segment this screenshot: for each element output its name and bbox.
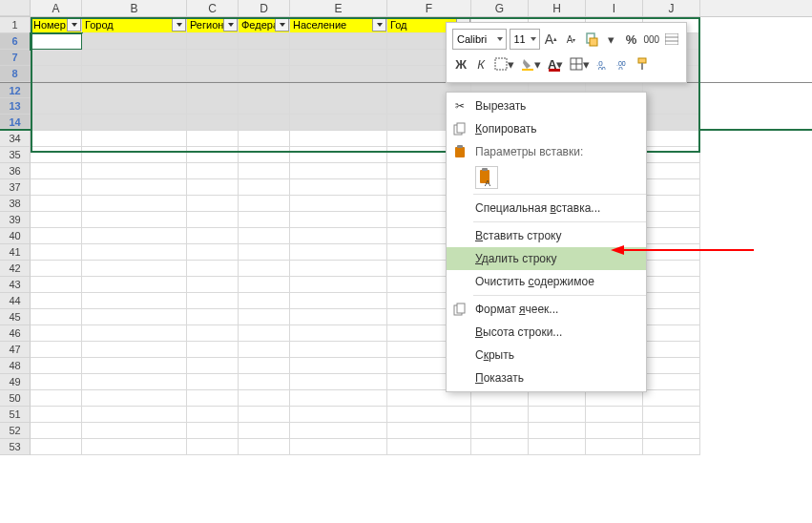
cell[interactable]: [643, 115, 700, 131]
cell[interactable]: [643, 163, 700, 179]
select-all-corner[interactable]: [0, 0, 31, 16]
cell[interactable]: [387, 407, 471, 423]
cell[interactable]: [239, 244, 290, 261]
cell[interactable]: [82, 115, 187, 131]
cell[interactable]: [187, 196, 239, 212]
cell[interactable]: [529, 439, 586, 455]
row-header[interactable]: 40: [0, 228, 31, 244]
cell[interactable]: [187, 293, 239, 309]
font-color-icon[interactable]: A▾: [546, 53, 565, 74]
cell[interactable]: [31, 390, 82, 407]
cell[interactable]: [187, 407, 239, 423]
italic-button[interactable]: К: [472, 53, 489, 74]
cell[interactable]: [31, 407, 82, 423]
cell[interactable]: [187, 358, 239, 374]
cell[interactable]: [290, 277, 387, 293]
cell[interactable]: [82, 147, 187, 163]
cell[interactable]: [239, 342, 290, 358]
column-header-D[interactable]: D: [239, 0, 290, 16]
row-header[interactable]: 8: [0, 66, 31, 82]
cell[interactable]: [31, 293, 82, 309]
cell[interactable]: [82, 439, 187, 455]
cell[interactable]: [187, 228, 239, 244]
cell[interactable]: Федера: [239, 17, 290, 33]
cell[interactable]: [187, 309, 239, 325]
cell[interactable]: [239, 196, 290, 212]
cell[interactable]: [31, 212, 82, 228]
cell[interactable]: [31, 342, 82, 358]
cell[interactable]: [290, 423, 387, 439]
cell[interactable]: [239, 98, 290, 115]
cell[interactable]: [187, 33, 239, 50]
filter-dropdown-icon[interactable]: [223, 17, 238, 31]
cell[interactable]: [82, 66, 187, 82]
cell[interactable]: [82, 261, 187, 277]
cell[interactable]: [290, 439, 387, 455]
cell[interactable]: [82, 407, 187, 423]
menu-show[interactable]: Показать: [447, 366, 646, 389]
cell[interactable]: [643, 423, 700, 439]
cell[interactable]: [187, 390, 239, 407]
bold-button[interactable]: Ж: [452, 53, 469, 74]
cell[interactable]: [529, 423, 586, 439]
cell[interactable]: [31, 98, 82, 115]
cell[interactable]: [31, 261, 82, 277]
percent-icon[interactable]: %: [623, 29, 640, 50]
cell[interactable]: [239, 115, 290, 131]
cell[interactable]: [31, 374, 82, 390]
decimal-increase-icon[interactable]: .0.00: [594, 53, 612, 74]
cell[interactable]: [239, 277, 290, 293]
thousands-icon[interactable]: 000: [643, 29, 661, 50]
cell[interactable]: [239, 147, 290, 163]
row-header[interactable]: 14: [0, 115, 31, 129]
cell[interactable]: [31, 33, 82, 50]
cell[interactable]: [239, 50, 290, 66]
menu-copy[interactable]: Копировать: [447, 117, 646, 140]
cell[interactable]: [471, 390, 529, 407]
cell[interactable]: [290, 98, 387, 115]
cell[interactable]: [290, 390, 387, 407]
cell[interactable]: [239, 179, 290, 196]
cell[interactable]: [471, 407, 529, 423]
cell[interactable]: [82, 277, 187, 293]
cell[interactable]: [643, 131, 700, 147]
cell[interactable]: [290, 83, 387, 99]
cell[interactable]: [529, 407, 586, 423]
cell[interactable]: [290, 358, 387, 374]
cell[interactable]: [586, 423, 643, 439]
column-header-A[interactable]: A: [31, 0, 82, 16]
decimal-decrease-icon[interactable]: .00.0: [614, 53, 632, 74]
cell[interactable]: [31, 131, 82, 147]
cell[interactable]: [31, 66, 82, 82]
row-header[interactable]: 35: [0, 147, 31, 163]
menu-clear-contents[interactable]: Очистить содержимое: [447, 270, 646, 293]
cell[interactable]: [290, 244, 387, 261]
cell[interactable]: Население: [290, 17, 387, 33]
cell[interactable]: [31, 277, 82, 293]
row-header[interactable]: 34: [0, 131, 31, 147]
filter-dropdown-icon[interactable]: [172, 17, 186, 31]
cell[interactable]: [31, 423, 82, 439]
cell[interactable]: [290, 33, 387, 50]
cell[interactable]: Номер: [31, 17, 82, 33]
cell[interactable]: [387, 439, 471, 455]
format-painter-icon[interactable]: [583, 29, 600, 50]
cell[interactable]: [290, 342, 387, 358]
cell[interactable]: [82, 179, 187, 196]
cell[interactable]: [82, 33, 187, 50]
merge-icon[interactable]: [663, 29, 680, 50]
cell[interactable]: [31, 439, 82, 455]
cell[interactable]: [643, 212, 700, 228]
cell[interactable]: [82, 342, 187, 358]
cell[interactable]: [187, 163, 239, 179]
cell[interactable]: [643, 358, 700, 374]
cell[interactable]: [187, 261, 239, 277]
cell[interactable]: [290, 66, 387, 82]
cell[interactable]: [290, 325, 387, 342]
cell[interactable]: [31, 309, 82, 325]
borders2-icon[interactable]: ▾: [568, 53, 592, 74]
cell[interactable]: [82, 98, 187, 115]
cell[interactable]: [586, 407, 643, 423]
cell[interactable]: [643, 228, 700, 244]
cell[interactable]: [187, 277, 239, 293]
